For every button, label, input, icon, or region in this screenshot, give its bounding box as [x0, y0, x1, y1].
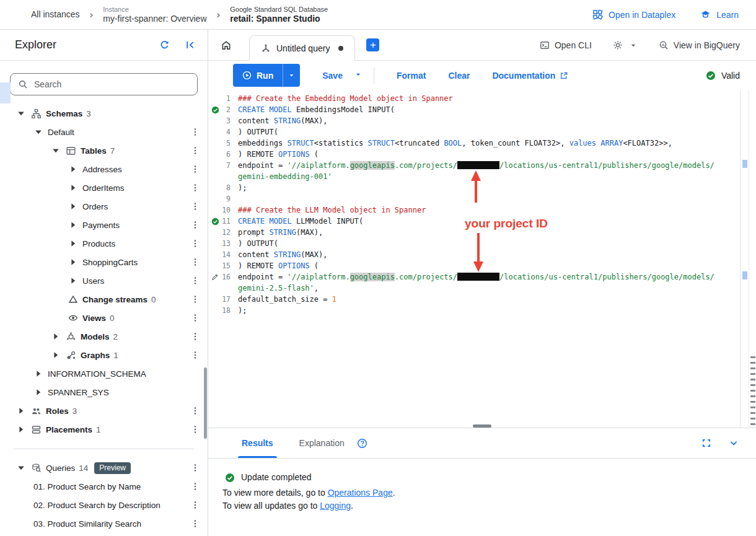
- tree-item-02-product-search-by-description[interactable]: 02. Product Search by Description: [0, 496, 208, 514]
- tree-item-01-product-search-by-name[interactable]: 01. Product Search by Name: [0, 477, 208, 496]
- expander-open-icon[interactable]: [16, 108, 26, 118]
- code-line: gemini-embedding-001': [208, 171, 731, 182]
- search-input[interactable]: [34, 79, 190, 89]
- preview-badge: Preview: [94, 462, 131, 474]
- breadcrumb-item-my-first-spanner-overview[interactable]: Instancemy-first-spanner: Overview: [103, 5, 206, 24]
- expander-open-icon[interactable]: [33, 127, 43, 137]
- kebab-icon[interactable]: [190, 463, 200, 473]
- kebab-icon[interactable]: [190, 424, 200, 434]
- open-in-dataplex-button[interactable]: Open in Dataplex: [592, 9, 675, 20]
- kebab-icon[interactable]: [190, 257, 200, 267]
- expander-closed-icon[interactable]: [68, 220, 78, 230]
- detail-link-logging[interactable]: Logging: [320, 501, 351, 511]
- save-button[interactable]: Save: [322, 71, 343, 81]
- queries-icon: [30, 462, 42, 473]
- breadcrumb-item-retail-spanner-studio[interactable]: Google Standard SQL Databaseretail: Span…: [230, 5, 328, 24]
- results-tab-results[interactable]: Results: [242, 428, 273, 458]
- expander-closed-icon[interactable]: [68, 201, 78, 211]
- tab-label: Untitled query: [276, 43, 330, 53]
- expander-closed-icon[interactable]: [68, 183, 78, 193]
- learn-button[interactable]: Learn: [700, 9, 739, 20]
- gutter-marker: [208, 106, 222, 114]
- tree-item-default[interactable]: Default: [0, 123, 208, 141]
- tree-item-models[interactable]: Models2: [0, 327, 208, 346]
- editor-tabstrip: Untitled query + Open CLI View in BigQue…: [208, 30, 756, 61]
- tree-item-orders[interactable]: Orders: [0, 197, 208, 216]
- kebab-icon[interactable]: [190, 294, 200, 304]
- expander-closed-icon[interactable]: [33, 387, 43, 397]
- home-tab-button[interactable]: [214, 33, 238, 57]
- detail-link-operations-page[interactable]: Operations Page: [328, 488, 393, 498]
- kebab-icon[interactable]: [190, 239, 200, 248]
- code-line: 16endpoint = '//aiplatform.googleapis.co…: [208, 271, 731, 283]
- expander-open-icon[interactable]: [16, 463, 26, 473]
- format-button[interactable]: Format: [397, 71, 426, 81]
- expander-closed-icon[interactable]: [16, 406, 26, 416]
- tree-item-shoppingcarts[interactable]: ShoppingCarts: [0, 253, 208, 271]
- tree-item-roles[interactable]: Roles3: [0, 402, 208, 420]
- chevron-down-icon[interactable]: [729, 438, 739, 448]
- panel-resize-handle[interactable]: [473, 424, 491, 428]
- tree-item-users[interactable]: Users: [0, 271, 208, 290]
- kebab-icon[interactable]: [190, 220, 200, 230]
- tree-item-schemas[interactable]: Schemas3: [0, 104, 208, 123]
- tree-item-tables[interactable]: Tables7: [0, 141, 208, 160]
- fullscreen-icon[interactable]: [701, 438, 711, 448]
- expander-closed-icon[interactable]: [51, 350, 61, 360]
- help-icon[interactable]: [357, 438, 367, 449]
- line-number: 11: [222, 216, 238, 227]
- tree-item-change-streams[interactable]: Change streams0: [0, 290, 208, 309]
- kebab-icon[interactable]: [190, 146, 200, 156]
- tree-item-queries[interactable]: Queries14Preview: [0, 459, 208, 477]
- run-button[interactable]: Run: [233, 64, 283, 87]
- tree-item-views[interactable]: Views0: [0, 309, 208, 327]
- kebab-icon[interactable]: [190, 332, 200, 341]
- run-options-caret[interactable]: [283, 64, 300, 87]
- kebab-icon[interactable]: [190, 519, 200, 529]
- kebab-icon[interactable]: [190, 164, 200, 174]
- kebab-icon[interactable]: [190, 313, 200, 323]
- sidebar-scrollbar[interactable]: [204, 367, 207, 439]
- kebab-icon[interactable]: [190, 183, 200, 193]
- expander-closed-icon[interactable]: [68, 257, 78, 267]
- tree-item-spanner-sys[interactable]: SPANNER_SYS: [0, 383, 208, 402]
- tree-item-03-product-similarity-search[interactable]: 03. Product Similarity Search: [0, 514, 208, 533]
- results-tab-explanation[interactable]: Explanation: [299, 428, 345, 458]
- kebab-icon[interactable]: [190, 500, 200, 510]
- expander-closed-icon[interactable]: [68, 276, 78, 286]
- tree-item-payments[interactable]: Payments: [0, 216, 208, 234]
- expander-open-icon[interactable]: [51, 146, 61, 156]
- tree-item-orderitems[interactable]: OrderItems: [0, 178, 208, 197]
- documentation-link[interactable]: Documentation: [492, 71, 568, 81]
- expander-closed-icon[interactable]: [68, 164, 78, 174]
- open-cli-button[interactable]: Open CLI: [540, 40, 592, 50]
- search-box[interactable]: [10, 73, 198, 95]
- kebab-icon[interactable]: [190, 350, 200, 360]
- kebab-icon[interactable]: [190, 127, 200, 137]
- sql-editor[interactable]: 1### Create the Embedding Model object i…: [208, 90, 756, 428]
- save-options-caret[interactable]: [354, 70, 363, 81]
- refresh-icon[interactable]: [159, 40, 170, 50]
- new-tab-button[interactable]: +: [366, 38, 379, 51]
- tree-item-graphs[interactable]: Graphs1: [0, 346, 208, 364]
- tree-item-placements[interactable]: Placements1: [0, 420, 208, 439]
- kebab-icon[interactable]: [190, 276, 200, 286]
- kebab-icon[interactable]: [190, 406, 200, 416]
- tree-item-label: Roles: [46, 406, 69, 416]
- expander-closed-icon[interactable]: [33, 369, 43, 379]
- tree-item-products[interactable]: Products: [0, 234, 208, 253]
- clear-button[interactable]: Clear: [448, 71, 470, 81]
- expander-closed-icon[interactable]: [68, 239, 78, 248]
- editor-settings-button[interactable]: [613, 40, 638, 50]
- expander-closed-icon[interactable]: [16, 424, 26, 434]
- tree-item-information-schema[interactable]: INFORMATION_SCHEMA: [0, 364, 208, 383]
- tree-item-addresses[interactable]: Addresses: [0, 160, 208, 178]
- breadcrumb-item-all-instances[interactable]: All instances: [31, 9, 80, 20]
- kebab-icon[interactable]: [190, 201, 200, 211]
- collapse-panel-icon[interactable]: [185, 40, 195, 50]
- ruler-match-mark: [742, 271, 747, 279]
- view-in-bigquery-button[interactable]: View in BigQuery: [659, 40, 740, 50]
- kebab-icon[interactable]: [190, 481, 200, 491]
- expander-closed-icon[interactable]: [51, 332, 61, 341]
- tab-untitled-query[interactable]: Untitled query: [249, 35, 355, 61]
